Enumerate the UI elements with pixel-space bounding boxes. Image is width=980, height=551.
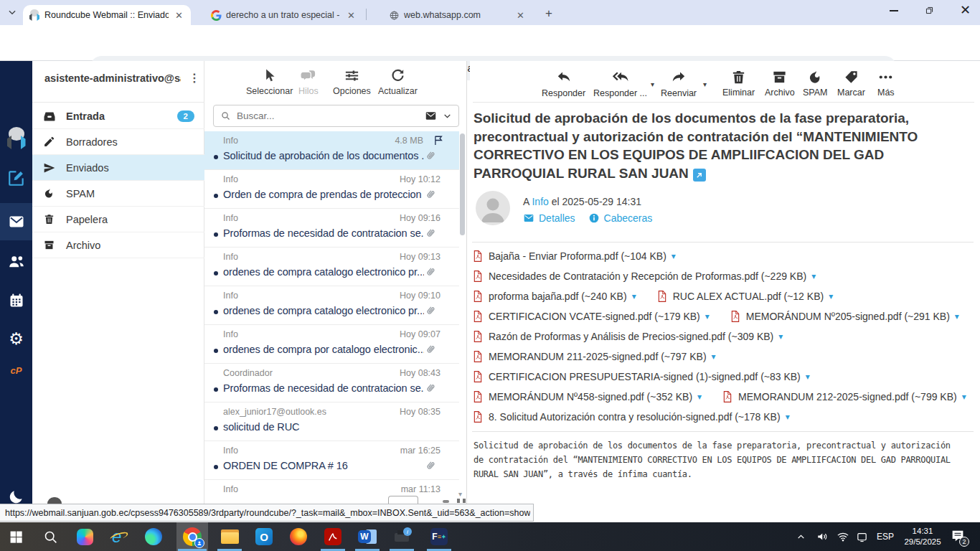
list-scrollbar-thumb[interactable] — [460, 133, 465, 235]
new-tab-button[interactable]: + — [545, 6, 552, 21]
tray-wifi-icon[interactable] — [837, 522, 849, 551]
attachment-menu-caret[interactable]: ▾ — [806, 372, 810, 382]
attachment[interactable]: MEMORANDUM 212-2025-signed.pdf (~799 KB)… — [722, 390, 966, 403]
attachment[interactable]: RUC ALEX ACTUAL.pdf (~12 KB)▾ — [656, 290, 834, 303]
attachment[interactable]: MEMORANDUM 211-2025-signed.pdf (~797 KB)… — [472, 350, 716, 363]
firefox-icon[interactable] — [283, 522, 314, 551]
message-row[interactable]: Info Hoy 09:13 ordenes de compra catalog… — [204, 248, 459, 286]
details-link[interactable]: Detalles — [539, 212, 575, 224]
headers-link[interactable]: Cabeceras — [604, 212, 653, 224]
taskbar-search-icon[interactable] — [34, 522, 66, 551]
tray-speaker-icon[interactable] — [816, 522, 829, 551]
recipient-link[interactable]: Info — [532, 196, 548, 207]
attachment[interactable]: CERTIFICACION VCATE-signed.pdf (~179 KB)… — [472, 310, 710, 323]
edge-icon[interactable] — [138, 522, 169, 551]
message-row[interactable]: Info Hoy 09:07 ordenes de compra por cat… — [204, 325, 459, 364]
tab-whatsapp[interactable]: web.whatsapp.com ✕ — [369, 5, 532, 25]
search-options-chevron-icon[interactable] — [443, 111, 452, 121]
window-close-button[interactable]: ✕ — [960, 2, 971, 18]
sidebar-item-borradores[interactable]: Borradores — [32, 129, 204, 155]
tab-roundcube[interactable]: Roundcube Webmail :: Enviados ✕ — [23, 5, 191, 25]
outlook-icon[interactable]: O — [248, 522, 280, 551]
fes-app-icon[interactable]: F≡✦ — [423, 522, 455, 551]
word-icon[interactable]: W — [352, 522, 383, 551]
file-explorer-icon[interactable] — [214, 522, 245, 551]
attachment[interactable]: 8. Solicitud Autorización contra y resol… — [472, 410, 790, 423]
threads-button[interactable]: Hilos — [298, 67, 319, 96]
copilot-icon[interactable] — [69, 522, 100, 551]
open-in-new-window-icon[interactable] — [693, 169, 706, 182]
select-button[interactable]: Seleccionar — [246, 67, 293, 96]
reply-all-button[interactable]: Responder ... — [593, 69, 647, 98]
message-row[interactable]: Info mar 16:25 ORDEN DE COMPRA # 16 — [204, 441, 459, 480]
delete-button[interactable]: Eliminar — [722, 69, 755, 98]
spam-button[interactable]: SPAM — [803, 69, 828, 98]
page-input-partial[interactable] — [388, 496, 418, 504]
sidebar-item-papelera[interactable]: Papelera — [32, 207, 204, 232]
attachment-menu-caret[interactable]: ▾ — [811, 271, 816, 281]
sidebar-item-entrada[interactable]: Entrada 2 — [32, 103, 204, 129]
tray-chevron-up-icon[interactable] — [796, 522, 806, 551]
search-scope-mail-icon[interactable] — [425, 110, 437, 122]
attachment-menu-caret[interactable]: ▾ — [786, 412, 790, 422]
internet-explorer-icon[interactable]: e — [103, 522, 135, 551]
attachment[interactable]: Razón de Proformas y Análisis de Precios… — [472, 330, 783, 343]
scroll-down-arrow-icon[interactable]: ▾ — [458, 490, 462, 498]
sidebar-item-spam[interactable]: SPAM — [32, 181, 204, 207]
flag-icon[interactable] — [433, 134, 445, 146]
tab-close-icon[interactable]: ✕ — [345, 9, 357, 22]
notification-center-icon[interactable]: 2 — [951, 522, 966, 551]
attachment[interactable]: MEMORÁNDUM Nº205-signed.pdf (~291 KB)▾ — [730, 310, 959, 323]
message-row[interactable]: Info Hoy 10:12 Orden de compra de prenda… — [204, 170, 459, 209]
options-button[interactable]: Opciones — [333, 67, 371, 96]
message-row[interactable]: Info Hoy 09:16 Proformas de necesidad de… — [204, 209, 459, 248]
mark-button[interactable]: Marcar — [837, 69, 865, 98]
tab-close-icon[interactable]: ✕ — [514, 9, 527, 22]
message-row[interactable]: Info Hoy 09:10 ordenes de compra catalog… — [204, 286, 459, 325]
attachment[interactable]: Necesidades de Contratación y Recepción … — [472, 270, 816, 283]
refresh-button[interactable]: Actualizar — [378, 67, 418, 96]
message-row[interactable]: Coordinador Hoy 08:43 Proformas de neces… — [204, 364, 459, 402]
tray-display-icon[interactable] — [856, 522, 868, 551]
archive-button[interactable]: Archivo — [765, 69, 795, 98]
chrome-icon[interactable] — [176, 522, 208, 551]
cpanel-icon[interactable]: cP — [0, 365, 32, 376]
message-row[interactable]: alex_junior17@outlook.es Hoy 08:35 solic… — [204, 402, 459, 441]
attachment[interactable]: MEMORÁNDUM Nº458-signed.pdf (~352 KB)▾ — [472, 390, 702, 403]
attachment-menu-caret[interactable]: ▾ — [962, 392, 966, 402]
tray-clock[interactable]: 14:31 29/5/2025 — [900, 522, 945, 551]
search-box[interactable] — [213, 105, 459, 127]
attachment-menu-caret[interactable]: ▾ — [829, 291, 833, 301]
printer-tool-icon[interactable]: i — [386, 522, 418, 551]
acrobat-icon[interactable] — [317, 522, 349, 551]
sidebar-item-archivo[interactable]: Archivo — [32, 232, 204, 258]
reply-all-dropdown-caret[interactable]: ▾ — [651, 80, 654, 88]
attachment-menu-caret[interactable]: ▾ — [712, 352, 716, 362]
calendar-nav-button[interactable] — [0, 292, 32, 309]
dark-mode-moon-icon[interactable] — [0, 489, 32, 505]
tab-close-icon[interactable]: ✕ — [173, 9, 185, 22]
window-minimize-button[interactable] — [890, 10, 898, 11]
reply-button[interactable]: Responder — [542, 69, 585, 98]
mail-nav-button[interactable] — [0, 213, 32, 230]
start-button[interactable] — [0, 522, 32, 551]
forward-button[interactable]: Reenviar — [661, 69, 697, 98]
folder-menu-kebab-icon[interactable]: ⋮ — [189, 71, 200, 85]
attachment-menu-caret[interactable]: ▾ — [778, 331, 783, 342]
attachment-menu-caret[interactable]: ▾ — [705, 311, 710, 321]
sidebar-item-enviados[interactable]: Enviados — [32, 155, 204, 181]
search-input[interactable] — [237, 110, 425, 121]
window-restore-button[interactable] — [924, 5, 935, 16]
attachment[interactable]: proforma bajaña.pdf (~240 KB)▾ — [472, 290, 636, 303]
more-button[interactable]: Más — [877, 69, 895, 98]
tab-google-search[interactable]: derecho a un trato especial - Bu ✕ — [205, 5, 363, 25]
attachment[interactable]: CERTIFICACION PRESUPUESTARIA-signed (1)-… — [472, 370, 810, 383]
compose-button[interactable] — [0, 169, 32, 187]
attachment[interactable]: Bajaña - Enviar Proforma.pdf (~104 KB)▾ — [472, 250, 676, 263]
attachment-menu-caret[interactable]: ▾ — [697, 392, 702, 402]
tray-language-indicator[interactable]: ESP — [877, 522, 894, 551]
attachment-menu-caret[interactable]: ▾ — [672, 251, 676, 261]
attachment-menu-caret[interactable]: ▾ — [632, 291, 636, 301]
forward-dropdown-caret[interactable]: ▾ — [703, 80, 707, 88]
attachment-menu-caret[interactable]: ▾ — [955, 311, 959, 321]
